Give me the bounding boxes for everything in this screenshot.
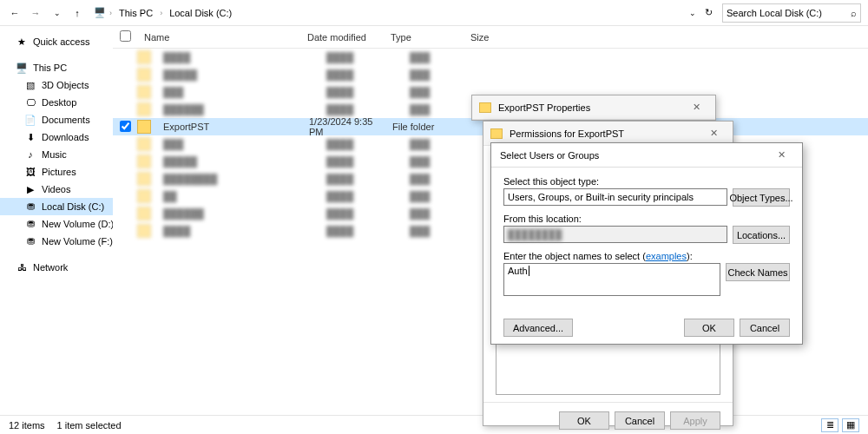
sidebar-item-videos[interactable]: ▶Videos: [0, 181, 113, 198]
object-type-label: Select this object type:: [503, 176, 790, 187]
dialog-title: Select Users or Groups: [500, 150, 599, 161]
select-users-dialog: Select Users or Groups ✕ Select this obj…: [490, 142, 803, 345]
dialog-titlebar[interactable]: ExportPST Properties ✕: [472, 95, 715, 120]
status-bar: 12 items 1 item selected ≣ ▦: [0, 415, 868, 434]
search-placeholder: Search Local Disk (C:): [727, 8, 822, 18]
drive-icon: ⛃: [24, 235, 36, 247]
downloads-icon: ⬇: [24, 131, 36, 143]
chevron-down-icon[interactable]: ⌄: [689, 9, 694, 17]
breadcrumb-item[interactable]: Local Disk (C:): [166, 6, 235, 20]
up-button[interactable]: ↑: [69, 5, 85, 21]
folder-icon: [137, 120, 151, 134]
close-button[interactable]: ✕: [684, 99, 708, 116]
column-header: Name Date modified Type Size: [113, 26, 868, 49]
back-button[interactable]: ←: [7, 5, 23, 21]
breadcrumb[interactable]: 🖥️ › This PC › Local Disk (C:): [90, 6, 684, 20]
location-label: From this location:: [503, 214, 790, 224]
sidebar-item-desktop[interactable]: 🖵Desktop: [0, 94, 113, 111]
close-button[interactable]: ✕: [769, 147, 793, 164]
folder-icon: [490, 128, 503, 139]
chevron-right-icon: ›: [160, 9, 162, 17]
refresh-button[interactable]: ↻: [700, 4, 717, 22]
cancel-button[interactable]: Cancel: [615, 411, 665, 430]
column-date[interactable]: Date modified: [300, 32, 384, 43]
forward-button: →: [28, 5, 43, 21]
navigation-pane: ★Quick access 🖥️This PC ▧3D Objects 🖵Des…: [0, 26, 113, 408]
ok-button[interactable]: OK: [559, 411, 609, 430]
videos-icon: ▶: [24, 183, 36, 195]
star-icon: ★: [16, 36, 28, 48]
dialog-title: ExportPST Properties: [498, 102, 590, 113]
dialog-titlebar[interactable]: Select Users or Groups ✕: [491, 143, 802, 168]
pictures-icon: 🖼: [24, 166, 36, 178]
sidebar-network[interactable]: 🖧Network: [0, 259, 113, 276]
ok-button[interactable]: OK: [684, 319, 734, 337]
status-selected: 1 item selected: [57, 420, 122, 431]
object-type-field: Users, Groups, or Built-in security prin…: [503, 188, 727, 206]
sidebar-item-music[interactable]: ♪Music: [0, 146, 113, 163]
sidebar-item-documents[interactable]: 📄Documents: [0, 111, 113, 128]
desktop-icon: 🖵: [24, 96, 36, 108]
folder-icon: [479, 102, 491, 113]
sidebar-this-pc[interactable]: 🖥️This PC: [0, 59, 113, 76]
address-bar: ← → ⌄ ↑ 🖥️ › This PC › Local Disk (C:) ⌄…: [0, 0, 868, 26]
cell-name: ExportPST: [156, 122, 302, 132]
view-details-button[interactable]: ≣: [821, 418, 838, 432]
examples-link[interactable]: examples: [646, 251, 687, 261]
documents-icon: 📄: [24, 114, 36, 126]
column-size[interactable]: Size: [464, 32, 533, 43]
column-type[interactable]: Type: [384, 32, 464, 43]
properties-dialog: ExportPST Properties ✕: [471, 95, 716, 121]
sidebar-item-pictures[interactable]: 🖼Pictures: [0, 163, 113, 181]
chevron-right-icon: ›: [109, 9, 112, 17]
select-all-checkbox[interactable]: [120, 30, 131, 42]
apply-button[interactable]: Apply: [670, 411, 720, 430]
drive-icon: ⛃: [24, 218, 36, 230]
locations-button[interactable]: Locations...: [733, 226, 790, 244]
music-icon: ♪: [24, 148, 36, 161]
cell-date: 1/23/2024 9:35 PM: [302, 116, 385, 137]
check-names-button[interactable]: Check Names: [726, 263, 790, 281]
cancel-button[interactable]: Cancel: [740, 319, 790, 337]
object-types-button[interactable]: Object Types...: [733, 188, 790, 207]
folder-icon: ▧: [24, 79, 36, 91]
dialog-title: Permissions for ExportPST: [510, 128, 624, 139]
pc-icon: 🖥️: [94, 7, 106, 19]
view-icons-button[interactable]: ▦: [842, 418, 859, 432]
sidebar-item-new-volume-d[interactable]: ⛃New Volume (D:): [0, 215, 113, 233]
row-checkbox[interactable]: [120, 121, 131, 132]
network-icon: 🖧: [16, 261, 28, 273]
column-name[interactable]: Name: [137, 32, 300, 43]
recent-dropdown[interactable]: ⌄: [49, 5, 64, 21]
sidebar-quick-access[interactable]: ★Quick access: [0, 33, 113, 50]
cell-type: File folder: [385, 122, 465, 132]
status-items: 12 items: [9, 420, 45, 431]
pc-icon: 🖥️: [16, 62, 28, 74]
object-names-label: Enter the object names to select (exampl…: [503, 251, 790, 261]
close-button[interactable]: ✕: [701, 125, 726, 142]
search-icon: ⌕: [851, 8, 857, 18]
advanced-button[interactable]: Advanced...: [503, 319, 573, 337]
search-input[interactable]: Search Local Disk (C:) ⌕: [722, 3, 861, 23]
location-field: ████████: [503, 226, 727, 243]
object-names-input[interactable]: Auth: [503, 263, 720, 296]
sidebar-item-local-disk-c[interactable]: ⛃Local Disk (C:): [0, 198, 113, 215]
breadcrumb-item[interactable]: This PC: [115, 6, 156, 20]
sidebar-item-3d-objects[interactable]: ▧3D Objects: [0, 76, 113, 94]
sidebar-item-new-volume-f[interactable]: ⛃New Volume (F:): [0, 233, 113, 250]
drive-icon: ⛃: [24, 201, 36, 213]
sidebar-item-downloads[interactable]: ⬇Downloads: [0, 128, 113, 146]
